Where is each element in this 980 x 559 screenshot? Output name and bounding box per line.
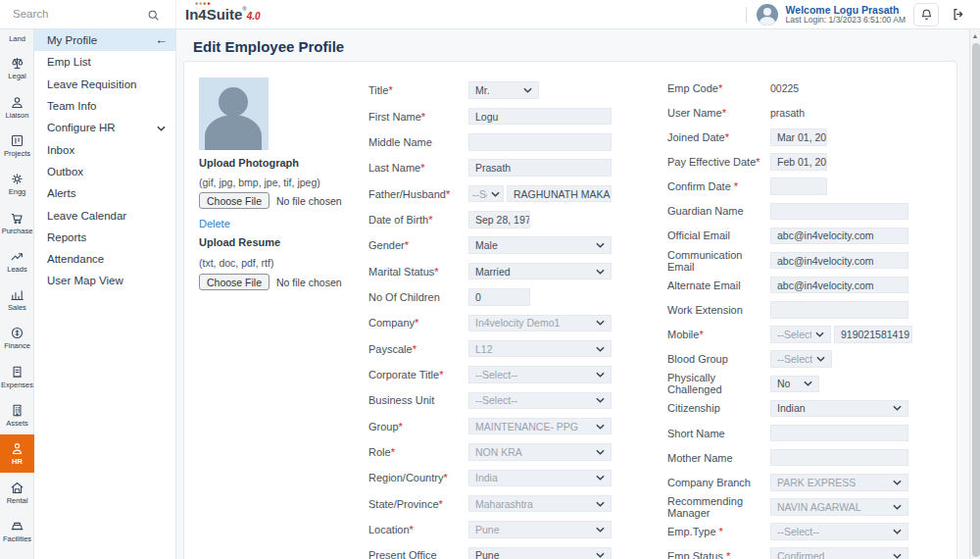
rail-item-rental[interactable]: Rental bbox=[0, 473, 34, 511]
rail-item-engg[interactable]: Engg bbox=[0, 165, 34, 203]
rail-item-leads[interactable]: Leads bbox=[0, 241, 34, 280]
business-unit-select[interactable]: --Select-- bbox=[468, 392, 612, 410]
company-select[interactable]: In4velocity Demo1 bbox=[468, 315, 612, 332]
payscale-select[interactable]: L12 bbox=[468, 340, 612, 358]
field-control: Mar 01, 2011 bbox=[770, 128, 827, 146]
rail-item-label: Leads bbox=[7, 266, 26, 274]
sidebar-item-reports[interactable]: Reports bbox=[34, 227, 175, 248]
field-label: Middle Name bbox=[368, 136, 468, 148]
rail-item-land[interactable]: Land bbox=[0, 29, 34, 49]
state-province-select[interactable]: Maharashtra bbox=[468, 495, 612, 513]
field-control: --Select--RAGHUNATH MAKASARE bbox=[468, 185, 612, 203]
rail-item-sales[interactable]: Sales bbox=[0, 280, 34, 319]
choose-photo-button[interactable]: Choose File bbox=[199, 192, 270, 209]
no-of-children-input[interactable]: 0 bbox=[468, 288, 530, 306]
sidebar-item-inbox[interactable]: Inbox bbox=[34, 138, 175, 160]
group-select[interactable]: MAINTENANCE- PPG bbox=[468, 418, 612, 435]
sidebar-item-team-info[interactable]: Team Info bbox=[34, 95, 175, 117]
mobile-input[interactable]: 919021581419 bbox=[834, 326, 912, 343]
rail-item-hr[interactable]: HR bbox=[0, 434, 34, 473]
last-name-input[interactable]: Prasath bbox=[468, 159, 612, 177]
field-label: Payscale* bbox=[368, 343, 468, 355]
choose-resume-button[interactable]: Choose File bbox=[199, 274, 270, 290]
field-control bbox=[468, 133, 612, 151]
rail-item-facilities[interactable]: Facilities bbox=[0, 512, 34, 550]
confirm-date-input[interactable] bbox=[770, 178, 827, 195]
rail-item-purchase[interactable]: Purchase bbox=[0, 203, 34, 241]
field-control bbox=[770, 301, 908, 319]
sidebar-item-leave-requisition[interactable]: Leave Requisition bbox=[34, 74, 175, 95]
sidebar-item-leave-calendar[interactable]: Leave Calendar bbox=[34, 204, 175, 226]
sidebar-item-my-profile[interactable]: My Profile← bbox=[34, 29, 175, 51]
form-row-mother-name: Mother Name bbox=[667, 445, 952, 470]
form-row-role: Role*NON KRA bbox=[368, 439, 662, 465]
joined-date-input[interactable]: Mar 01, 2011 bbox=[770, 128, 827, 146]
bell-icon[interactable] bbox=[913, 3, 939, 26]
chevron-down-icon bbox=[596, 475, 605, 481]
scroll-up-arrow-icon[interactable]: ▲ bbox=[970, 29, 980, 42]
form-row-no-of-children: No Of Children0 bbox=[368, 284, 662, 310]
company-branch-select[interactable]: PARK EXPRESS bbox=[770, 474, 908, 491]
search-icon[interactable] bbox=[147, 8, 160, 25]
resume-file-row: Choose File No file chosen bbox=[199, 274, 342, 290]
communication-email-input[interactable]: abc@in4velocity.com bbox=[770, 252, 908, 270]
collapse-menu-icon[interactable]: ← bbox=[155, 32, 168, 47]
father-husband-input[interactable]: RAGHUNATH MAKASARE bbox=[507, 185, 612, 203]
field-control: prasath bbox=[770, 107, 805, 119]
present-office-select[interactable]: Pune bbox=[468, 547, 612, 559]
region-country-select[interactable]: India bbox=[468, 470, 612, 487]
mother-name-input[interactable] bbox=[770, 449, 908, 467]
field-control: Logu bbox=[468, 108, 612, 126]
upload-resume-title: Upload Resume bbox=[199, 236, 280, 248]
field-label: Title* bbox=[368, 84, 468, 96]
title-select[interactable]: Mr. bbox=[468, 81, 539, 99]
sidebar-item-alerts[interactable]: Alerts bbox=[34, 182, 175, 204]
physically-challenged-select[interactable]: No bbox=[770, 376, 819, 393]
rail-item-expenses[interactable]: Expenses bbox=[0, 357, 34, 395]
form-row-blood-group: Blood Group--Select-- bbox=[667, 347, 952, 372]
role-select[interactable]: NON KRA bbox=[468, 443, 612, 461]
blood-group-select[interactable]: --Select-- bbox=[770, 350, 832, 368]
guardian-name-input[interactable] bbox=[770, 203, 908, 221]
work-extension-input[interactable] bbox=[770, 301, 908, 319]
recommending-manager-select[interactable]: NAVIN AGARWAL bbox=[770, 498, 908, 516]
field-control: --Select-- bbox=[770, 350, 832, 368]
location-select[interactable]: Pune bbox=[468, 521, 612, 538]
rail-item-finance[interactable]: Finance bbox=[0, 319, 34, 357]
emp-status-select[interactable]: Confirmed bbox=[770, 547, 908, 559]
rail-item-extra[interactable] bbox=[0, 550, 34, 559]
father-husband-select[interactable]: --Select-- bbox=[468, 185, 504, 203]
citizenship-select[interactable]: Indian bbox=[770, 400, 908, 418]
user-avatar[interactable] bbox=[757, 4, 778, 25]
mobile-select[interactable]: --Select-- bbox=[770, 326, 831, 343]
rail-item-projects[interactable]: Projects bbox=[0, 127, 34, 165]
delete-photo-link[interactable]: Delete bbox=[199, 218, 230, 229]
pay-effective-date-input[interactable]: Feb 01, 2013 bbox=[770, 153, 827, 171]
alternate-email-input[interactable]: abc@in4velocity.com bbox=[770, 277, 908, 294]
field-label: Emp.Status * bbox=[667, 550, 770, 559]
sidebar-item-emp-list[interactable]: Emp List bbox=[34, 51, 175, 73]
search-input[interactable] bbox=[0, 0, 147, 27]
marital-status-select[interactable]: Married bbox=[468, 263, 612, 280]
rail-item-assets[interactable]: Assets bbox=[0, 396, 34, 434]
first-name-input[interactable]: Logu bbox=[468, 108, 612, 126]
corporate-title-select[interactable]: --Select-- bbox=[468, 366, 612, 383]
official-email-input[interactable]: abc@in4velocity.com bbox=[770, 228, 908, 245]
field-label: Work Extension bbox=[667, 304, 770, 316]
logout-icon[interactable] bbox=[947, 3, 970, 26]
vertical-scrollbar[interactable]: ▲ bbox=[969, 29, 980, 559]
middle-name-input[interactable] bbox=[468, 133, 612, 151]
sidebar-item-outbox[interactable]: Outbox bbox=[34, 161, 175, 182]
rail-item-liaison[interactable]: Liaison bbox=[0, 87, 34, 126]
sidebar-item-user-map-view[interactable]: User Map View bbox=[34, 270, 175, 291]
short-name-input[interactable] bbox=[770, 425, 908, 442]
chevron-down-icon[interactable] bbox=[157, 122, 166, 133]
sidebar-item-attendance[interactable]: Attendance bbox=[34, 248, 175, 270]
gender-select[interactable]: Male bbox=[468, 236, 612, 254]
date-of-birth-input[interactable]: Sep 28, 1979 bbox=[468, 211, 530, 229]
rail-item-legal[interactable]: Legal bbox=[0, 49, 34, 87]
sidebar-item-configure-hr[interactable]: Configure HR bbox=[34, 117, 175, 138]
scrollbar-thumb[interactable] bbox=[972, 43, 980, 557]
emp-type-select[interactable]: --Select-- bbox=[770, 523, 908, 540]
field-control: Male bbox=[468, 236, 612, 254]
